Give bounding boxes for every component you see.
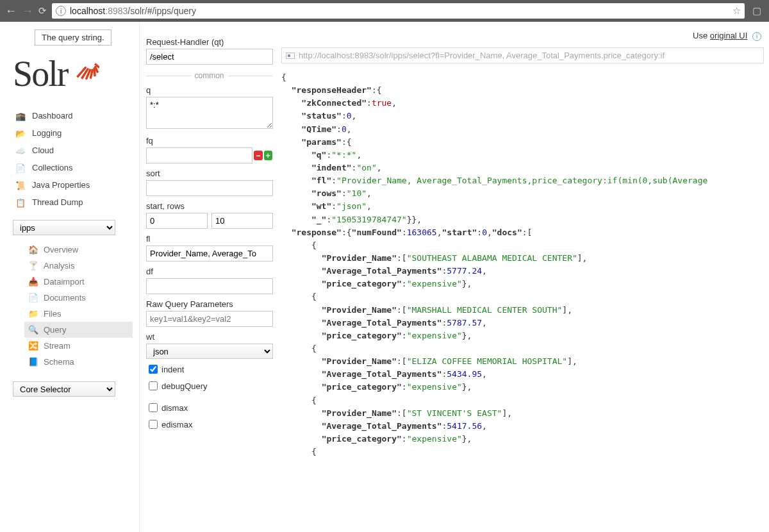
sub-nav-item[interactable]: 🔀Stream xyxy=(24,338,133,354)
sub-nav-icon: 🍸 xyxy=(28,261,38,270)
sub-nav-item[interactable]: 🏠Overview xyxy=(24,242,133,258)
sort-label: sort xyxy=(146,169,272,178)
nav-item[interactable]: 📋Thread Dump xyxy=(13,194,133,211)
sub-nav-icon: 🏠 xyxy=(28,245,38,254)
debug-checkbox[interactable] xyxy=(149,381,158,390)
reload-button[interactable]: ⟳ xyxy=(38,5,47,17)
fl-input[interactable] xyxy=(146,245,273,262)
sub-nav-item[interactable]: 📥Dataimport xyxy=(24,274,133,290)
result-url: http://localhost:8983/solr/ipps/select?f… xyxy=(299,51,665,60)
remove-fq-button[interactable]: − xyxy=(254,151,263,160)
back-button[interactable]: ← xyxy=(5,4,17,18)
sub-nav-item[interactable]: 📄Documents xyxy=(24,290,133,306)
result-panel: http://localhost:8983/solr/ipps/select?f… xyxy=(279,22,769,532)
sub-nav-icon: 📘 xyxy=(28,357,38,367)
nav-item[interactable]: 📄Collections xyxy=(13,159,133,176)
forward-button[interactable]: → xyxy=(22,4,33,18)
logo-text: Solr xyxy=(13,53,67,94)
nav-item[interactable]: 🕋Dashboard xyxy=(13,107,133,124)
common-divider: common xyxy=(191,71,228,80)
sort-input[interactable] xyxy=(146,180,273,196)
url-host: localhost xyxy=(70,6,105,16)
sub-nav-label: Stream xyxy=(44,341,70,351)
url-bar[interactable]: i localhost:8983/solr/#/ipps/query ☆ xyxy=(52,3,745,19)
fq-label: fq xyxy=(146,136,272,145)
df-input[interactable] xyxy=(146,278,273,294)
rh-input[interactable] xyxy=(146,49,273,65)
sub-nav-icon: 📄 xyxy=(28,293,38,303)
sub-nav-icon: 🔍 xyxy=(28,325,38,335)
rows-input[interactable] xyxy=(211,213,273,229)
logo: Solr xyxy=(13,51,133,94)
svg-line-4 xyxy=(94,67,95,76)
sub-nav-label: Documents xyxy=(44,293,86,303)
dismax-checkbox[interactable] xyxy=(149,403,158,412)
rh-label: Request-Handler (qt) xyxy=(146,37,272,47)
nav-label: Thread Dump xyxy=(32,197,83,207)
sub-nav-item[interactable]: 📁Files xyxy=(24,306,133,322)
nav-icon: 📜 xyxy=(15,181,27,190)
query-form: Request-Handler (qt) common q *:* fq − +… xyxy=(139,22,279,532)
nav-label: Logging xyxy=(32,128,62,138)
nav-icon: 📋 xyxy=(15,198,27,207)
sub-nav-label: Query xyxy=(44,325,66,335)
url-path: /solr/#/ipps/query xyxy=(128,6,196,16)
sub-nav-label: Dataimport xyxy=(44,277,85,287)
q-label: q xyxy=(146,85,272,95)
cast-icon[interactable]: ▢ xyxy=(752,5,761,17)
nav-icon: 🕋 xyxy=(15,112,27,121)
sub-nav-label: Schema xyxy=(44,357,74,367)
fl-label: fl xyxy=(146,234,272,244)
nav-item[interactable]: 📂Logging xyxy=(13,124,133,142)
indent-checkbox[interactable] xyxy=(149,365,158,374)
sub-nav-icon: 📁 xyxy=(28,309,38,319)
debug-label: debugQuery xyxy=(161,381,208,391)
nav-label: Cloud xyxy=(32,145,54,155)
start-input[interactable] xyxy=(146,213,208,229)
nav-icon: ☁️ xyxy=(15,146,27,155)
core-select[interactable]: ipps xyxy=(13,220,115,235)
nav-icon: 📄 xyxy=(15,163,27,172)
link-icon xyxy=(286,53,295,59)
wt-select[interactable]: json xyxy=(146,344,273,359)
raw-input[interactable] xyxy=(146,311,273,327)
result-url-box[interactable]: http://localhost:8983/solr/ipps/select?f… xyxy=(281,47,764,63)
core-sub-list: 🏠Overview🍸Analysis📥Dataimport📄Documents📁… xyxy=(24,242,133,370)
url-port: :8983 xyxy=(105,6,128,16)
sidebar: Solr 🕋Dashboard📂Logging☁️Cloud📄Collectio… xyxy=(0,22,139,532)
browser-toolbar: ← → ⟳ i localhost:8983/solr/#/ipps/query… xyxy=(0,0,769,22)
edismax-checkbox[interactable] xyxy=(149,420,158,429)
indent-label: indent xyxy=(161,365,184,374)
add-fq-button[interactable]: + xyxy=(264,151,273,160)
wt-label: wt xyxy=(146,332,272,342)
nav-label: Java Properties xyxy=(32,180,90,190)
sun-icon xyxy=(70,51,99,80)
df-label: df xyxy=(146,267,272,276)
sub-nav-icon: 🔀 xyxy=(28,341,38,351)
core-selector[interactable]: Core Selector xyxy=(13,381,115,397)
sub-nav-label: Analysis xyxy=(44,261,74,270)
sub-nav-icon: 📥 xyxy=(28,277,38,287)
sub-nav-item[interactable]: 🍸Analysis xyxy=(24,258,133,274)
nav-item[interactable]: ☁️Cloud xyxy=(13,142,133,159)
nav-label: Dashboard xyxy=(32,111,73,121)
nav-icon: 📂 xyxy=(15,129,27,138)
sub-nav-item[interactable]: 🔍Query xyxy=(24,322,133,338)
bookmark-icon[interactable]: ☆ xyxy=(732,5,741,17)
q-input[interactable]: *:* xyxy=(146,97,273,129)
nav-item[interactable]: 📜Java Properties xyxy=(13,176,133,194)
info-icon: i xyxy=(56,6,66,16)
json-output: { "responseHeader":{ "zkConnected":true,… xyxy=(281,71,764,458)
sub-nav-item[interactable]: 📘Schema xyxy=(24,354,133,370)
edismax-label: edismax xyxy=(161,420,192,429)
fq-input[interactable] xyxy=(146,147,252,163)
sub-nav-label: Files xyxy=(44,309,61,319)
dismax-label: dismax xyxy=(161,403,188,413)
sub-nav-label: Overview xyxy=(44,245,78,254)
nav-label: Collections xyxy=(32,163,73,172)
raw-label: Raw Query Parameters xyxy=(146,299,272,309)
nav-list: 🕋Dashboard📂Logging☁️Cloud📄Collections📜Ja… xyxy=(13,107,133,211)
startrows-label: start, rows xyxy=(146,201,272,211)
